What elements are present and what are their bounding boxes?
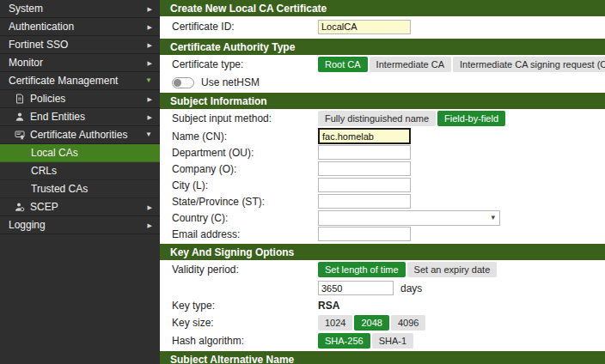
department-ou-input[interactable]: [318, 145, 411, 160]
use-nethsm-label: Use netHSM: [201, 76, 260, 88]
policies-icon: [15, 94, 25, 104]
validity-days-input[interactable]: [318, 281, 394, 295]
certificate-id-input[interactable]: [318, 20, 411, 34]
fortiauthenticator-app: System ▶ Authentication ▶ Fortinet SSO ▶…: [0, 0, 605, 364]
sha-1-button[interactable]: SHA-1: [372, 333, 413, 349]
sidebar-item-label: End Entities: [30, 111, 144, 123]
chevron-right-icon: ▶: [148, 204, 152, 210]
key-type-row: Key type: RSA: [160, 297, 605, 313]
chevron-right-icon: ▶: [148, 24, 152, 30]
sidebar-item-scep[interactable]: SCEP ▶: [0, 198, 160, 216]
city-l-label: City (L):: [172, 179, 318, 191]
sidebar-item-fortinet-sso[interactable]: Fortinet SSO ▶: [0, 36, 160, 54]
hash-algorithm-row: Hash algorithm: SHA-256 SHA-1: [160, 331, 605, 349]
key-size-2048-button[interactable]: 2048: [354, 315, 388, 331]
sidebar-item-label: Certificate Authorities: [30, 129, 142, 141]
name-cn-row: Name (CN):: [160, 128, 605, 144]
sidebar-item-end-entities[interactable]: End Entities ▶: [0, 108, 160, 126]
sidebar-item-label: Certificate Management: [9, 75, 142, 87]
use-nethsm-toggle[interactable]: [172, 77, 194, 88]
sidebar-item-local-cas[interactable]: Local CAs: [0, 144, 160, 162]
set-expiry-date-button[interactable]: Set an expiry date: [407, 262, 498, 277]
set-length-of-time-button[interactable]: Set length of time: [318, 262, 406, 277]
key-size-4096-button[interactable]: 4096: [391, 315, 425, 331]
certificate-type-button-group: Root CA Intermediate CA Intermediate CA …: [318, 57, 605, 72]
company-o-row: Company (O):: [160, 161, 605, 177]
company-o-input[interactable]: [318, 161, 411, 176]
end-entities-icon: [15, 112, 25, 122]
sidebar: System ▶ Authentication ▶ Fortinet SSO ▶…: [0, 0, 160, 364]
certificate-type-row: Certificate type: Root CA Intermediate C…: [160, 55, 605, 74]
sidebar-item-label: CRLs: [31, 165, 152, 177]
key-size-label: Key size:: [172, 317, 318, 329]
sidebar-item-label: System: [9, 3, 144, 15]
company-o-label: Company (O):: [172, 163, 318, 175]
sidebar-item-monitor[interactable]: Monitor ▶: [0, 54, 160, 72]
name-cn-input[interactable]: [318, 128, 411, 144]
certificate-type-label: Certificate type:: [172, 58, 318, 70]
sidebar-item-system[interactable]: System ▶: [0, 0, 160, 18]
email-address-input[interactable]: [318, 227, 411, 241]
use-nethsm-row: Use netHSM: [160, 74, 605, 91]
key-size-button-group: 1024 2048 4096: [318, 315, 425, 331]
state-province-input[interactable]: [318, 194, 411, 209]
chevron-right-icon: ▶: [148, 222, 152, 228]
state-province-row: State/Province (ST):: [160, 193, 605, 209]
sidebar-item-label: SCEP: [30, 201, 144, 213]
sidebar-item-logging[interactable]: Logging ▶: [0, 216, 160, 234]
sidebar-item-label: Fortinet SSO: [9, 39, 144, 51]
section-key-and-signing-options: Key And Signing Options: [160, 244, 605, 260]
sidebar-item-trusted-cas[interactable]: Trusted CAs: [0, 180, 160, 198]
hash-algorithm-label: Hash algorithm:: [172, 335, 318, 347]
chevron-down-icon: ▾: [491, 214, 495, 221]
scep-icon: [15, 202, 25, 212]
sidebar-item-certificate-authorities[interactable]: Certificate Authorities ▼: [0, 126, 160, 144]
sidebar-item-label: Trusted CAs: [31, 183, 152, 195]
validity-period-row: Validity period: Set length of time Set …: [160, 260, 605, 279]
sidebar-item-crls[interactable]: CRLs: [0, 162, 160, 180]
key-size-row: Key size: 1024 2048 4096: [160, 313, 605, 331]
email-address-row: Email address:: [160, 226, 605, 242]
certificate-authorities-icon: [15, 130, 25, 140]
sidebar-item-certificate-management[interactable]: Certificate Management ▼: [0, 72, 160, 90]
intermediate-ca-button[interactable]: Intermediate CA: [370, 57, 451, 72]
key-size-1024-button[interactable]: 1024: [318, 315, 352, 331]
state-province-label: State/Province (ST):: [172, 196, 318, 208]
intermediate-ca-csr-button[interactable]: Intermediate CA signing request (CSR): [453, 57, 605, 72]
key-type-label: Key type:: [172, 300, 318, 312]
sidebar-item-label: Logging: [9, 219, 144, 231]
sidebar-item-label: Monitor: [9, 57, 144, 69]
department-ou-label: Department (OU):: [172, 147, 318, 159]
subject-input-method-button-group: Fully distinguished name Field-by-field: [318, 111, 505, 126]
subject-input-method-row: Subject input method: Fully distinguishe…: [160, 109, 605, 128]
section-subject-information: Subject Information: [160, 93, 605, 109]
sidebar-item-authentication[interactable]: Authentication ▶: [0, 18, 160, 36]
sha-256-button[interactable]: SHA-256: [318, 333, 370, 349]
toggle-knob: [174, 79, 181, 87]
validity-period-label: Validity period:: [172, 264, 318, 276]
name-cn-label: Name (CN):: [172, 130, 318, 143]
subject-input-method-label: Subject input method:: [172, 112, 318, 124]
certificate-id-label: Certificate ID:: [172, 21, 318, 33]
page-title: Create New Local CA Certificate: [160, 0, 605, 16]
chevron-right-icon: ▶: [148, 114, 152, 120]
chevron-down-icon: ▼: [145, 131, 152, 138]
country-select[interactable]: ▾: [318, 210, 500, 226]
fully-distinguished-name-button[interactable]: Fully distinguished name: [318, 111, 436, 126]
chevron-right-icon: ▶: [148, 96, 152, 102]
chevron-right-icon: ▶: [148, 42, 152, 48]
certificate-id-row: Certificate ID:: [160, 16, 605, 37]
chevron-right-icon: ▶: [148, 6, 152, 12]
validity-period-button-group: Set length of time Set an expiry date: [318, 262, 497, 277]
country-row: Country (C): ▾: [160, 209, 605, 226]
section-subject-alternative-name: Subject Alternative Name: [160, 351, 605, 364]
chevron-down-icon: ▼: [145, 77, 152, 84]
sidebar-item-label: Local CAs: [31, 147, 152, 159]
field-by-field-button[interactable]: Field-by-field: [437, 111, 505, 126]
city-l-input[interactable]: [318, 178, 411, 192]
key-type-value: RSA: [318, 300, 339, 312]
validity-days-row: days: [160, 279, 605, 297]
sidebar-item-policies[interactable]: Policies ▶: [0, 90, 160, 108]
root-ca-button[interactable]: Root CA: [318, 57, 368, 72]
email-address-label: Email address:: [172, 228, 318, 240]
